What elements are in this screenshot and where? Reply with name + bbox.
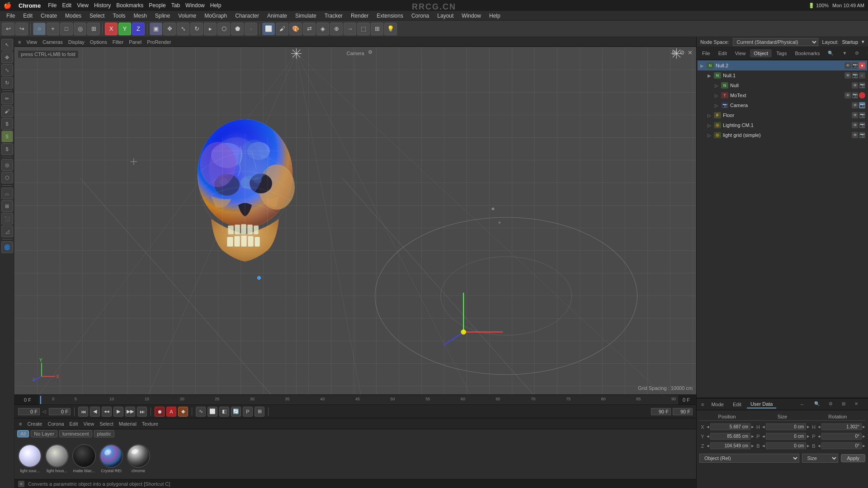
attr-search-icon[interactable]: 🔍 — [811, 400, 823, 408]
move-btn[interactable]: ✥ — [163, 23, 176, 35]
rot-p-input[interactable] — [821, 433, 862, 440]
pos-y-stepdown[interactable]: ◂ — [707, 433, 709, 439]
viewport[interactable]: Camera ⚙ press CTRL+LMB to fold ⊞ ⚙ ✕ X … — [14, 47, 696, 394]
right-tab-bookmarks[interactable]: Bookmarks — [791, 49, 823, 57]
menu-volume[interactable]: Volume — [175, 12, 200, 20]
options-icon[interactable]: ⚙ — [851, 49, 863, 57]
fps-input[interactable] — [673, 408, 693, 415]
menu-mograph[interactable]: MoGraph — [201, 12, 231, 20]
vis-render-null1[interactable]: 📷 — [852, 72, 858, 79]
auto-key-btn[interactable]: A — [166, 407, 176, 417]
obj-row-null[interactable]: ▷ N Null 👁 📷 — [698, 80, 867, 90]
rig-btn[interactable]: ◈ — [316, 23, 329, 35]
pos-x-stepup[interactable]: ▸ — [751, 424, 754, 430]
rotate-btn[interactable]: ↻ — [190, 23, 203, 35]
attr-expand-icon[interactable]: ⊞ — [838, 400, 849, 408]
attr-close-icon[interactable]: ✕ — [851, 400, 862, 408]
add-object-btn[interactable]: + — [47, 23, 59, 35]
tool-s2[interactable]: $ — [1, 131, 13, 142]
pos-y-input[interactable] — [710, 433, 750, 440]
mat-texture[interactable]: Texture — [140, 421, 160, 427]
vp-close-icon[interactable]: ✕ — [688, 49, 693, 56]
timeline-ruler[interactable]: 0 5 10 15 20 25 30 35 40 45 50 55 60 65 … — [39, 395, 678, 404]
vis-eye-null1[interactable]: 👁 — [844, 72, 851, 79]
mat-view[interactable]: View — [82, 421, 96, 427]
tool-scale[interactable]: ⤡ — [1, 64, 13, 76]
tool-paint[interactable]: 🖌 — [1, 105, 13, 117]
size-h-stepup[interactable]: ▸ — [807, 424, 810, 430]
render-preview-btn[interactable]: ○ — [33, 23, 46, 35]
obj-row-motext[interactable]: ▷ T MoText 👁 📷 — [698, 90, 867, 100]
material-btn[interactable]: ▣ — [150, 23, 162, 35]
size-b-input[interactable] — [766, 442, 806, 449]
rot-h-stepup[interactable]: ▸ — [863, 424, 865, 430]
vis-render-motext[interactable]: 📷 — [852, 92, 858, 99]
attr-tab-edit[interactable]: Edit — [729, 401, 745, 408]
right-tab-object[interactable]: Object — [750, 49, 772, 57]
size-b-stepup[interactable]: ▸ — [807, 443, 810, 449]
vis-dot-null1[interactable]: ○ — [859, 72, 865, 79]
play-backward-btn[interactable]: ◂◂ — [102, 407, 112, 417]
scale-btn[interactable]: ⤡ — [177, 23, 189, 35]
loop-btn[interactable]: 🔄 — [231, 407, 241, 417]
attr-menu-icon[interactable]: ≡ — [699, 401, 706, 408]
vp-view[interactable]: View — [26, 39, 37, 45]
obj-row-lightgrid[interactable]: ▷ 🔆 light grid (simple) 👁 📷 — [698, 130, 867, 140]
size-b-stepdown[interactable]: ◂ — [762, 443, 765, 449]
mat-edit[interactable]: Edit — [68, 421, 80, 427]
mat-menu-icon[interactable]: ≡ — [17, 421, 24, 427]
menu-edit[interactable]: Edit — [19, 12, 36, 20]
tool-pen[interactable]: ✏ — [1, 93, 13, 104]
preview-btn[interactable]: ⊞ — [255, 407, 264, 417]
menu-create[interactable]: Create — [37, 12, 61, 20]
menu-spline[interactable]: Spline — [151, 12, 174, 20]
camera-settings-icon[interactable]: ⚙ — [368, 49, 373, 55]
search-icon[interactable]: 🔍 — [824, 49, 837, 57]
vis-render-camera[interactable]: 📷 — [859, 102, 865, 108]
sym-btn[interactable]: ⇄ — [303, 23, 316, 35]
frame-start-input[interactable] — [49, 408, 71, 415]
mat-corona[interactable]: Corona — [46, 421, 66, 427]
mat-item-matte-black[interactable]: matte blac... — [72, 444, 96, 473]
obj-row-null1[interactable]: ▶ N Null.1 👁 📷 ○ — [698, 70, 867, 80]
vis-dot-null2[interactable]: ● — [859, 62, 865, 69]
layout-dropdown-icon[interactable]: ▾ — [862, 39, 864, 45]
vis-eye-null2[interactable]: 👁 — [844, 62, 851, 69]
mat-item-crystal[interactable]: Crystal REI — [99, 444, 123, 473]
arrow-btn[interactable]: → — [344, 23, 356, 35]
rot-p-stepdown[interactable]: ◂ — [818, 433, 821, 439]
size-dropdown[interactable]: Size — [802, 454, 838, 463]
close-panel-icon[interactable]: ✕ — [863, 49, 868, 57]
pos-x-input[interactable] — [710, 423, 750, 430]
mat-material[interactable]: Material — [117, 421, 138, 427]
deform-btn[interactable]: ◎ — [74, 23, 86, 35]
vp-prorender[interactable]: ProRender — [147, 39, 171, 45]
tool-rotate[interactable]: ↻ — [1, 77, 13, 89]
size-h-stepdown[interactable]: ◂ — [762, 424, 765, 430]
attr-back-icon[interactable]: ← — [796, 400, 809, 408]
vp-filter[interactable]: Filter — [113, 39, 123, 45]
menu-layout[interactable]: Layout — [434, 12, 457, 20]
prev-frame-btn[interactable]: ◀ — [90, 407, 100, 417]
filter-no-layer[interactable]: No Layer — [31, 430, 57, 437]
tool-extrude[interactable]: ⬛ — [1, 213, 13, 225]
goto-end-btn[interactable]: ⏭ — [137, 407, 147, 417]
size-p-stepup[interactable]: ▸ — [807, 433, 810, 439]
right-tab-edit[interactable]: Edit — [715, 49, 731, 57]
obj-row-floor[interactable]: ▷ F Floor 👁 📷 — [698, 110, 867, 120]
vp-cameras[interactable]: Cameras — [42, 39, 63, 45]
attr-tab-userdata[interactable]: User Data — [747, 400, 777, 408]
vis-eye-camera[interactable]: 👁 — [852, 102, 858, 108]
playhead[interactable] — [40, 396, 41, 404]
play-btn[interactable]: ▶ — [113, 407, 123, 417]
menu-modes[interactable]: Modes — [61, 12, 85, 20]
pos-z-stepup[interactable]: ▸ — [751, 443, 754, 449]
obj-btn[interactable]: □ — [60, 23, 73, 35]
menu-simulate[interactable]: Simulate — [292, 12, 320, 20]
right-tab-view[interactable]: View — [731, 49, 750, 57]
undo-btn[interactable]: ↩ — [2, 23, 14, 35]
frame-end-input[interactable] — [651, 408, 671, 415]
menu-render[interactable]: Render — [347, 12, 372, 20]
menu-file[interactable]: File — [3, 12, 19, 20]
vis-eye-null[interactable]: 👁 — [852, 82, 858, 89]
